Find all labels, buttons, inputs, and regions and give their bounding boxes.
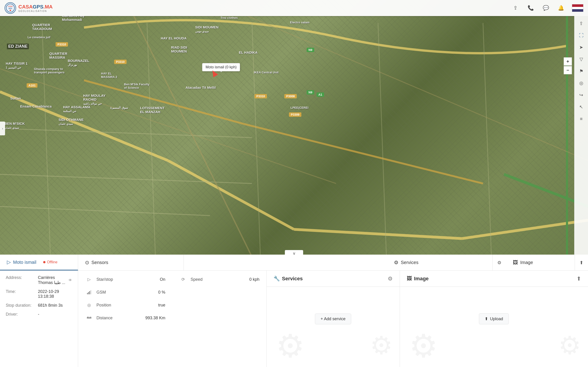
flag-icon[interactable] <box>572 4 583 12</box>
pointer-toolbar-button[interactable]: ↖ <box>576 102 586 112</box>
image-tab-icon: 🖼 <box>513 260 518 266</box>
image-header: 🖼 Image ⬆ <box>400 271 588 287</box>
chevron-right-icon: › <box>2 127 3 130</box>
zoom-out-button[interactable]: − <box>564 66 572 74</box>
image-section: 🖼 Image ⬆ ⚙ ⚙ ⬆ Upload <box>400 271 588 367</box>
location-toolbar-button[interactable]: ◎ <box>576 78 586 88</box>
vehicle-info-section: Address: Carrières Thomas طيبا ... 👁 Tim… <box>0 271 78 367</box>
gear-decoration-1: ⚙ <box>276 327 305 365</box>
panel-tabs: ▷ Moto ismail Offline ⊙ Sensors ⚙ Servic… <box>0 255 588 271</box>
share-header-icon[interactable]: ⇪ <box>511 4 519 12</box>
services-settings-btn[interactable]: ⚙ <box>493 255 506 270</box>
map-area[interactable]: CASA GPS CASAGPS.MA GÉOLOCALISATION ⇪ 📞 … <box>0 0 588 257</box>
map-label-edziane: ED ZIANE <box>7 44 29 49</box>
zoom-in-button[interactable]: + <box>564 57 572 66</box>
road-badge-n9-2: N9 <box>307 90 314 94</box>
svg-rect-26 <box>89 291 90 294</box>
map-label-benmick: BEN M'SICKسيدي عثمان <box>5 122 25 129</box>
image-upload-icon-btn[interactable]: ⬆ <box>577 275 581 282</box>
sensor-empty-2 <box>179 301 259 309</box>
tab-vehicle[interactable]: ▷ Moto ismail Offline <box>0 255 78 270</box>
bell-header-icon[interactable]: 🔔 <box>557 4 565 12</box>
offline-label: Offline <box>47 260 57 264</box>
share-toolbar-button[interactable]: ⇪ <box>576 18 586 28</box>
sensors-tab-label: Sensors <box>91 260 108 265</box>
position-label: Position <box>96 303 120 308</box>
zoom-controls: + − <box>564 57 572 74</box>
map-label-souk: سوق المسيرة <box>110 106 128 109</box>
logo-area: CASA GPS CASAGPS.MA GÉOLOCALISATION <box>5 2 52 14</box>
image-upload-tab-btn[interactable]: ⬆ <box>575 255 588 270</box>
distance-label: Distance <box>96 316 120 320</box>
bottom-panel: ▷ Moto ismail Offline ⊙ Sensors ⚙ Servic… <box>0 255 588 367</box>
map-label-ghazala: Ghazala company totransport passengers <box>34 67 65 74</box>
distance-icon <box>85 314 93 322</box>
svg-line-18 <box>210 0 588 161</box>
svg-line-16 <box>126 0 252 257</box>
svg-line-4 <box>84 80 244 124</box>
road-badge-p3008: P3008 <box>284 94 297 98</box>
svg-line-14 <box>378 23 387 257</box>
sensor-empty <box>179 288 259 296</box>
tab-sensors[interactable]: ⊙ Sensors <box>78 255 184 270</box>
gear-decoration-img-2: ⚙ <box>558 331 581 360</box>
driver-value: - <box>38 312 39 317</box>
svg-rect-24 <box>87 293 88 294</box>
vehicle-tab-icon: ▷ <box>7 259 11 265</box>
road-badge-a101: A101 <box>27 83 37 88</box>
bars-toolbar-button[interactable]: ≡ <box>576 114 586 124</box>
address-eye-icon[interactable]: 👁 <box>69 278 72 282</box>
time-row: Time: 2022-10-29 13:18:38 <box>6 289 72 299</box>
map-label-houda: HAY EL HOUDA <box>161 36 187 40</box>
services-tab-label: Services <box>401 260 418 265</box>
image-tab-label: Image <box>520 260 533 265</box>
map-label-cimetiere: Le cimetière juif <box>27 35 50 39</box>
speed-icon: ⟳ <box>179 275 187 284</box>
gear-decoration-img-1: ⚙ <box>409 327 438 365</box>
map-label-assalama: HAY ASSALAMAحي السلامة <box>63 105 90 113</box>
stop-value: 681h 8min 3s <box>38 303 63 308</box>
sensor-speed: ⟳ Speed 0 kph <box>179 275 259 284</box>
tab-services[interactable]: ⚙ Services <box>387 255 493 270</box>
time-value: 2022-10-29 13:18:38 <box>38 289 72 299</box>
svg-line-8 <box>0 128 252 138</box>
svg-text:GPS: GPS <box>9 8 12 9</box>
add-service-button[interactable]: + Add service <box>315 314 351 324</box>
alert-toolbar-button[interactable]: ⚑ <box>576 66 586 76</box>
driver-label: Driver: <box>6 312 36 317</box>
map-label-sultan: Sultan <box>10 96 21 100</box>
speed-value: 0 kph <box>249 277 259 282</box>
road-badge-p3310-2: P3310 <box>114 60 127 64</box>
sensor-distance: Distance 993.38 Km <box>85 314 165 322</box>
map-label-trez: Trez clothes <box>221 16 238 19</box>
map-label-ikea: IKEA Central Unit <box>254 71 279 74</box>
header-bar: CASA GPS CASAGPS.MA GÉOLOCALISATION ⇪ 📞 … <box>0 0 588 16</box>
chat-header-icon[interactable]: 💬 <box>542 4 550 12</box>
time-label: Time: <box>6 289 36 294</box>
map-label-massira: QUARTIERMASSIRA <box>49 52 67 59</box>
send-toolbar-button[interactable]: ↪ <box>576 90 586 100</box>
tab-image[interactable]: 🖼 Image <box>506 255 575 270</box>
svg-line-2 <box>294 229 462 239</box>
stop-label: Stop duration: <box>6 303 36 308</box>
panel-content: Address: Carrières Thomas طيبا ... 👁 Tim… <box>0 271 588 367</box>
fullscreen-toolbar-button[interactable]: ⛶ <box>576 30 586 40</box>
map-label-manzah: LOTISSEMENTEL MANZAH <box>140 106 165 114</box>
map-label-bournazel: BOURNAZELبورنزال <box>68 59 89 67</box>
left-panel-toggle[interactable]: › <box>0 122 5 135</box>
upload-button[interactable]: ⬆ Upload <box>479 313 509 324</box>
svg-line-1 <box>168 161 294 229</box>
map-label-moulay: HAY MOULAYRACHIDحي مولاى راشيد <box>83 94 106 105</box>
gsm-label: GSM <box>96 290 120 295</box>
svg-line-10 <box>0 206 210 216</box>
map-label-benmfac: Ben M'Sik Facultyof Science <box>124 83 149 90</box>
starstop-label: Star/stop <box>96 277 120 282</box>
filter-toolbar-button[interactable]: ▽ <box>576 54 586 64</box>
navigate-toolbar-button[interactable]: ➤ <box>576 42 586 52</box>
phone-header-icon[interactable]: 📞 <box>527 4 535 12</box>
upload-icon: ⬆ <box>485 316 488 321</box>
map-label-ensam: Ensam Casablanca <box>20 104 52 108</box>
services-gear-btn[interactable]: ⚙ <box>388 275 393 282</box>
stop-row: Stop duration: 681h 8min 3s <box>6 303 72 308</box>
distance-value: 993.38 Km <box>145 316 165 320</box>
